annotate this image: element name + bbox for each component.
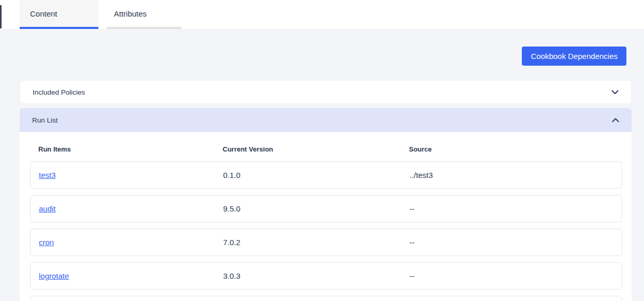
run-item-source: ../test3	[409, 171, 613, 179]
chevron-down-icon	[611, 88, 619, 96]
column-header-source: Source	[409, 145, 614, 153]
tab-bar: Content Attributes	[0, 0, 644, 29]
chevron-up-icon	[612, 116, 619, 124]
table-row: audit 9.5.0 --	[30, 195, 622, 222]
toolbar: Cookbook Dependencies	[0, 29, 644, 66]
run-item-link[interactable]: test3	[39, 171, 56, 179]
tab-attributes-label: Attributes	[114, 9, 147, 18]
table-header-row: Run Items Current Version Source	[30, 132, 622, 161]
tab-content[interactable]: Content	[20, 0, 98, 29]
run-item-version: 7.0.2	[223, 238, 409, 247]
table-row: test3 0.1.0 ../test3	[30, 161, 622, 189]
table-row-partially-visible	[30, 296, 622, 301]
run-item-link[interactable]: cron	[39, 238, 54, 247]
run-item-source: --	[409, 272, 613, 280]
run-item-link[interactable]: audit	[39, 204, 56, 213]
cookbook-dependencies-button[interactable]: Cookbook Dependencies	[522, 47, 626, 66]
run-item-link[interactable]: logrotate	[39, 272, 69, 280]
run-list-header[interactable]: Run List	[20, 108, 632, 132]
run-item-source: --	[409, 238, 613, 247]
run-list-table: Run Items Current Version Source test3 0…	[20, 132, 632, 301]
column-header-run-items: Run Items	[38, 145, 223, 153]
run-list-title: Run List	[32, 116, 58, 124]
run-item-version: 9.5.0	[223, 204, 409, 213]
run-item-source: --	[409, 204, 613, 213]
run-item-version: 0.1.0	[223, 171, 409, 179]
tab-content-label: Content	[30, 9, 57, 18]
table-row: cron 7.0.2 --	[30, 229, 622, 256]
included-policies-accordion[interactable]: Included Policies	[20, 80, 632, 104]
tab-attributes[interactable]: Attributes	[107, 0, 182, 29]
run-list-accordion: Run List Run Items Current Version Sourc…	[20, 108, 632, 301]
cropped-left-edge-artifact	[0, 5, 2, 28]
included-policies-title: Included Policies	[33, 88, 85, 96]
run-item-version: 3.0.3	[223, 272, 409, 280]
table-row: logrotate 3.0.3 --	[30, 262, 622, 290]
column-header-current-version: Current Version	[223, 145, 409, 153]
